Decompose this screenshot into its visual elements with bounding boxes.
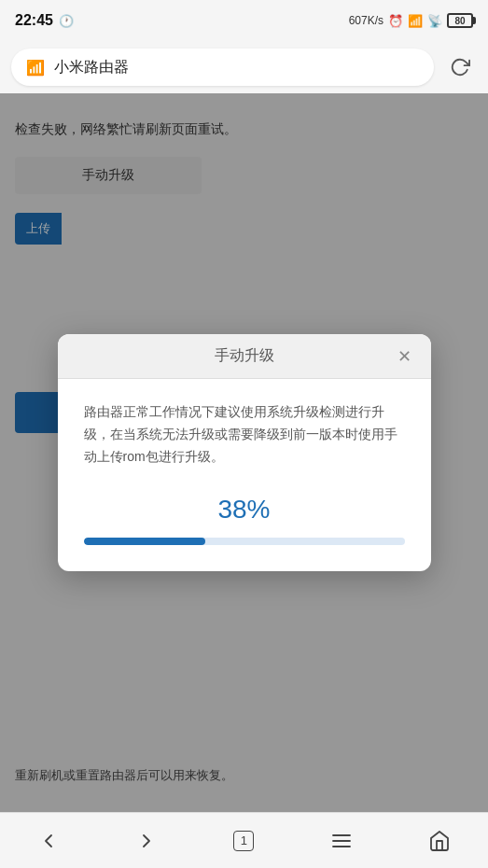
clock-icon: 🕐 <box>59 14 74 28</box>
dialog-body: 路由器正常工作情况下建议使用系统升级检测进行升级，在当系统无法升级或需要降级到前… <box>58 379 431 570</box>
menu-button[interactable] <box>318 822 365 860</box>
bottom-navigation: 1 <box>0 812 488 868</box>
alarm-icon: ⏰ <box>388 14 403 28</box>
manual-upgrade-dialog: 手动升级 ✕ 路由器正常工作情况下建议使用系统升级检测进行升级，在当系统无法升级… <box>58 334 431 570</box>
page-title: 小米路由器 <box>54 58 129 77</box>
dialog-close-button[interactable]: ✕ <box>392 343 418 370</box>
address-bar: 📶 小米路由器 <box>0 41 488 93</box>
tab-count: 1 <box>233 831 254 851</box>
back-button[interactable] <box>25 822 72 860</box>
progress-percent: 38% <box>84 495 405 525</box>
main-content: 检查失败，网络繁忙请刷新页面重试。 手动升级 上传 立即恢复 重新刷机或重置路由… <box>0 93 488 812</box>
address-input[interactable]: 📶 小米路由器 <box>11 49 434 86</box>
network-speed: 607K/s <box>349 14 383 27</box>
signal-icon: 📶 <box>408 14 423 28</box>
status-bar: 22:45 🕐 607K/s ⏰ 📶 📡 80 <box>0 0 488 41</box>
tabs-button[interactable]: 1 <box>220 822 267 860</box>
progress-bar-container <box>84 538 405 545</box>
dialog-header: 手动升级 ✕ <box>58 334 431 379</box>
dialog-title: 手动升级 <box>215 346 274 366</box>
status-right: 607K/s ⏰ 📶 📡 80 <box>349 13 473 28</box>
status-left: 22:45 🕐 <box>15 12 74 29</box>
wifi-icon: 📶 <box>26 59 45 77</box>
home-button[interactable] <box>416 822 463 860</box>
wifi-status-icon: 📡 <box>427 14 442 28</box>
status-time: 22:45 <box>15 12 53 29</box>
modal-overlay: 手动升级 ✕ 路由器正常工作情况下建议使用系统升级检测进行升级，在当系统无法升级… <box>0 93 488 812</box>
battery-indicator: 80 <box>447 13 473 28</box>
dialog-description: 路由器正常工作情况下建议使用系统升级检测进行升级，在当系统无法升级或需要降级到前… <box>84 401 405 468</box>
progress-bar-fill <box>84 538 206 545</box>
refresh-button[interactable] <box>443 50 477 84</box>
forward-button[interactable] <box>123 822 170 860</box>
